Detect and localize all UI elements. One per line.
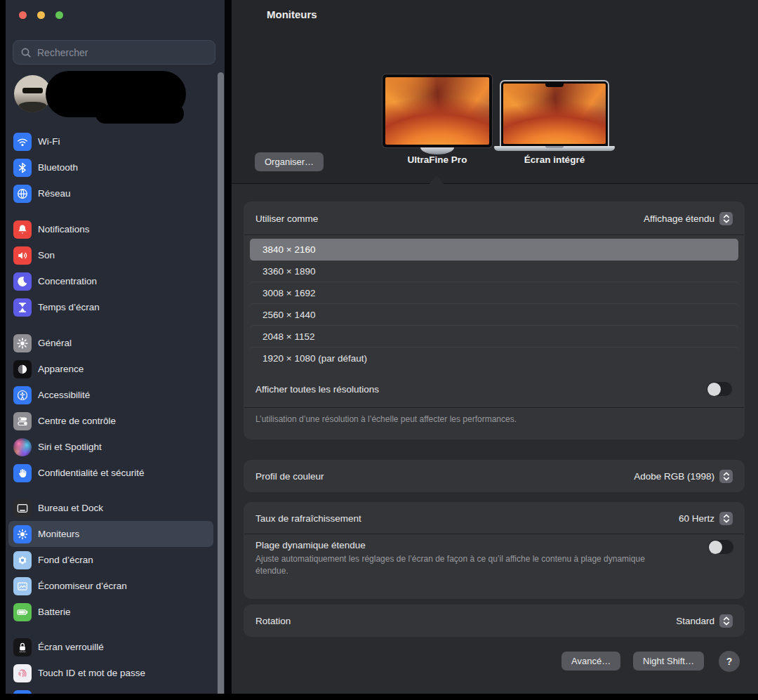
refresh-rate-row: Taux de rafraîchissement 60 Hertz — [244, 503, 744, 534]
sidebar-item-label: Confidentialité et sécurité — [38, 468, 145, 478]
sidebar-item-label: Général — [38, 338, 72, 348]
sidebar-item-privacy-security[interactable]: Confidentialité et sécurité — [8, 460, 213, 486]
sidebar: Rechercher Wi-Fi Bluetooth Réseau Notifi… — [6, 0, 225, 700]
control-center-icon — [13, 412, 32, 430]
sidebar-item-label: Accessibilité — [38, 390, 90, 400]
sidebar-item-wifi[interactable]: Wi-Fi — [8, 128, 213, 154]
sidebar-item-lock-screen[interactable]: Écran verrouillé — [8, 634, 213, 660]
hdr-label: Plage dynamique étendue — [255, 540, 366, 550]
bottom-black-edge — [0, 694, 758, 700]
sidebar-item-general[interactable]: Général — [8, 330, 213, 356]
help-button[interactable]: ? — [719, 651, 740, 672]
sidebar-item-network[interactable]: Réseau — [8, 180, 213, 206]
notch — [545, 84, 564, 87]
sidebar-item-battery[interactable]: Batterie — [8, 599, 213, 625]
redacted-user-name-blob — [95, 104, 184, 124]
sidebar-item-label: Bluetooth — [38, 162, 78, 173]
use-as-dropdown[interactable]: Affichage étendu — [644, 212, 733, 225]
show-all-resolutions-toggle[interactable] — [706, 381, 733, 397]
sidebar-item-label: Fond d’écran — [38, 555, 93, 565]
night-shift-button[interactable]: Night Shift… — [633, 652, 704, 671]
show-all-resolutions-row: Afficher toutes les résolutions — [244, 374, 744, 404]
search-placeholder: Rechercher — [37, 47, 88, 58]
resolution-option[interactable]: 2560 × 1440 — [250, 304, 738, 326]
sidebar-item-label: Batterie — [38, 607, 71, 617]
display-thumbnail-ultrafine[interactable] — [383, 74, 492, 147]
macbook-deck — [494, 146, 615, 151]
accessibility-icon — [13, 386, 32, 404]
sidebar-item-label: Moniteurs — [38, 529, 79, 539]
resolution-option[interactable]: 3360 × 1890 — [250, 260, 738, 282]
appearance-icon — [13, 360, 32, 378]
bluetooth-icon — [13, 159, 32, 177]
chevron-up-down-icon — [719, 512, 733, 525]
sidebar-scrollbar[interactable] — [218, 72, 224, 700]
sidebar-item-label: Temps d’écran — [38, 302, 100, 312]
arrange-displays-button[interactable]: Organiser… — [255, 152, 324, 171]
displays-pane: Moniteurs Organiser… UltraFine Pro Écran… — [232, 0, 758, 700]
sidebar-main-divider — [225, 0, 232, 700]
advanced-button[interactable]: Avancé… — [561, 652, 620, 671]
sidebar-item-displays[interactable]: Moniteurs — [8, 521, 213, 547]
wifi-icon — [13, 133, 32, 151]
touch-id-icon — [13, 664, 32, 682]
wallpaper-preview — [385, 77, 489, 145]
sidebar-item-sound[interactable]: Son — [8, 242, 213, 268]
sidebar-item-appearance[interactable]: Apparence — [8, 356, 213, 382]
sidebar-item-desktop-dock[interactable]: Bureau et Dock — [8, 495, 213, 521]
display-thumbnail-builtin[interactable] — [500, 80, 609, 146]
close-window-button[interactable] — [19, 11, 27, 19]
sidebar-item-label: Son — [38, 250, 55, 260]
sidebar-item-notifications[interactable]: Notifications — [8, 216, 213, 242]
sidebar-item-focus[interactable]: Concentration — [8, 268, 213, 294]
use-as-row: Utiliser comme Affichage étendu — [244, 202, 744, 235]
color-profile-dropdown[interactable]: Adobe RGB (1998) — [634, 470, 733, 483]
sidebar-item-screensaver[interactable]: Économiseur d’écran — [8, 573, 213, 599]
sidebar-item-label: Wi-Fi — [38, 136, 60, 147]
resolution-option[interactable]: 2048 × 1152 — [250, 326, 738, 348]
hdr-toggle[interactable] — [707, 539, 734, 555]
resolution-option[interactable]: 3840 × 2160 — [250, 239, 738, 260]
sidebar-item-label: Apparence — [38, 364, 84, 374]
sidebar-item-label: Écran verrouillé — [38, 642, 104, 652]
rotation-dropdown[interactable]: Standard — [676, 614, 733, 628]
display-picker-section: Moniteurs Organiser… UltraFine Pro Écran… — [232, 0, 758, 184]
color-profile-label: Profil de couleur — [255, 471, 324, 482]
rotation-label: Rotation — [255, 616, 291, 626]
sidebar-item-label: Économiseur d’écran — [38, 581, 127, 591]
wallpaper-icon — [13, 551, 32, 569]
refresh-rate-value: 60 Hertz — [679, 513, 714, 524]
sidebar-item-label: Bureau et Dock — [38, 503, 103, 513]
sidebar-item-siri-spotlight[interactable]: Siri et Spotlight — [8, 434, 213, 460]
refresh-rate-dropdown[interactable]: 60 Hertz — [679, 512, 733, 525]
search-input[interactable]: Rechercher — [13, 40, 215, 65]
general-icon — [13, 334, 32, 352]
siri-icon — [13, 438, 32, 456]
monitor-stand — [420, 147, 454, 154]
sidebar-item-touch-id[interactable]: Touch ID et mot de passe — [8, 660, 213, 686]
color-profile-card: Profil de couleur Adobe RGB (1998) — [244, 461, 744, 491]
notifications-icon — [13, 220, 32, 239]
show-all-resolutions-label: Afficher toutes les résolutions — [255, 384, 379, 395]
resolution-footnote: L’utilisation d’une résolution à l’échel… — [255, 414, 733, 425]
chevron-up-down-icon — [719, 212, 733, 225]
sidebar-item-bluetooth[interactable]: Bluetooth — [8, 154, 213, 180]
sidebar-item-control-center[interactable]: Centre de contrôle — [8, 408, 213, 434]
use-as-label: Utiliser comme — [255, 213, 318, 224]
sidebar-item-wallpaper[interactable]: Fond d’écran — [8, 547, 213, 573]
resolution-option[interactable]: 3008 × 1692 — [250, 282, 738, 304]
chevron-up-down-icon — [719, 614, 733, 628]
resolution-option[interactable]: 1920 × 1080 (par défaut) — [250, 348, 738, 369]
sidebar-item-label: Centre de contrôle — [38, 416, 116, 426]
screen-time-icon — [13, 298, 32, 317]
sidebar-item-accessibility[interactable]: Accessibilité — [8, 382, 213, 408]
battery-icon — [13, 603, 32, 621]
sidebar-item-screen-time[interactable]: Temps d’écran — [8, 294, 213, 320]
sidebar-item-label: Réseau — [38, 188, 71, 199]
zoom-window-button[interactable] — [55, 11, 63, 19]
screensaver-icon — [13, 577, 32, 595]
minimize-window-button[interactable] — [37, 11, 45, 19]
rotation-value: Standard — [676, 616, 714, 626]
desktop-dock-icon — [13, 499, 32, 517]
wallpaper-preview — [503, 84, 606, 144]
